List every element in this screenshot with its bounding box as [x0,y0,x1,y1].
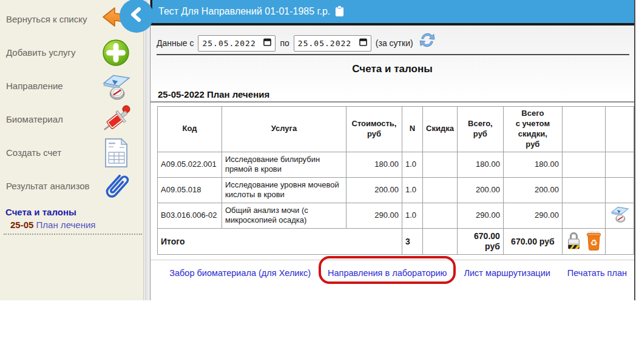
sidebar-section-title[interactable]: Счета и талоны [5,207,143,217]
trash-icon[interactable]: ♻ [586,231,602,253]
cell-code: A09.05.018 [158,177,222,203]
sidebar: Вернуться к списку Добавить услугу [0,0,144,300]
total-sum-with-discount: 670.00 руб [503,228,562,255]
sidebar-item-create-invoice[interactable]: Создать счет [0,138,143,167]
col-header-service: Услуга [222,107,347,152]
sidebar-item-referral[interactable]: Направление [0,72,143,101]
total-n: 3 [402,228,423,255]
sidebar-item-label: Направление [6,81,63,92]
chevron-left-icon [127,5,146,26]
date-to-input[interactable]: 25.05.2022 [294,35,371,52]
col-header-price: Стоимость, руб [347,107,402,152]
compass-icon[interactable] [609,205,631,226]
sidebar-gutter [144,0,150,300]
date-from-input[interactable]: 25.05.2022 [198,35,276,52]
cell-service: Исследование уровня мочевой кислоты в кр… [222,177,347,203]
link-lab-referrals[interactable]: Направления в лабораторию [328,268,447,278]
subtitle-divider [150,101,634,103]
col-header-extra [605,107,634,152]
table-row: A09.05.022.001 Исследование билирубин пр… [158,152,634,177]
total-sum: 670.00 руб [457,228,503,255]
cell-actions [562,177,605,203]
footer-divider [150,260,634,260]
cell-extra [605,152,634,177]
cell-total: 180.00 [457,152,503,177]
table-row: B03.016.006-02 Общий анализ мочи (с микр… [158,203,634,228]
col-header-n: N [402,107,423,152]
filter-from-label: Данные с [157,38,194,48]
page-title: Счета и талоны [150,63,634,75]
cell-code: B03.016.006-02 [158,203,222,228]
total-label: Итого [158,228,402,255]
cell-service: Общий анализ мочи (с микроскопией осадка… [222,203,347,228]
date-from-value: 25.05.2022 [202,39,255,48]
plan-subtitle: 25-05-2022 План лечения [158,89,634,99]
clipboard-icon[interactable] [335,5,344,19]
refresh-icon[interactable] [419,32,436,50]
table-row: A09.05.018 Исследование уровня мочевой к… [158,177,634,203]
footer-links-row: Забор биоматериала (для Хеликс) Направле… [150,268,634,278]
table-total-row: Итого 3 670.00 руб 670.00 руб [158,228,634,255]
sidebar-divider [4,234,142,235]
lock-icon[interactable] [566,231,582,253]
col-header-total: Всего, руб [457,107,503,152]
col-header-code: Код [158,107,222,152]
sidebar-item-label: Результат анализов [6,181,90,192]
cell-total-discount: 290.00 [503,203,562,228]
calendar-icon[interactable] [359,38,367,48]
col-header-total-discount: Всего с учетом скидки, руб [503,107,562,152]
cell-n: 1.0 [402,152,423,177]
cell-total-discount: 200.00 [503,177,562,203]
sidebar-item-label: Создать счет [6,147,61,159]
link-biomaterial-sampling[interactable]: Забор биоматериала (для Хеликс) [169,268,311,278]
collapse-sidebar-button[interactable] [120,0,154,33]
cell-extra [605,177,634,203]
cell-actions [562,203,605,228]
sidebar-item-biomaterial[interactable]: Биоматериал [0,105,143,134]
sidebar-item-label: Добавить услугу [6,47,76,59]
calendar-icon[interactable] [263,38,271,48]
sidebar-item-add-service[interactable]: Добавить услугу [0,38,143,67]
per-day-label: (за сутки) [376,38,413,48]
syringe-icon[interactable] [101,105,131,134]
table-header-row: Код Услуга Стоимость, руб N Скидка Всего… [158,107,634,152]
patient-title: Тест Для Направлений 01-01-1985 г.р. [158,6,330,17]
sidebar-item-label: Вернуться к списку [6,14,87,25]
date-filter-row: Данные с 25.05.2022 по 25.05.2022 [157,35,634,52]
patient-header-bar: Тест Для Направлений 01-01-1985 г.р. [150,0,634,25]
cell-actions [562,152,605,177]
cell-discount [423,177,458,203]
cell-referral-action [605,203,634,228]
content-area: Тест Для Направлений 01-01-1985 г.р. Дан… [150,0,635,300]
sidebar-item-analysis-results[interactable]: Результат анализов [0,172,143,201]
page: Вернуться к списку Добавить услугу [0,0,639,364]
sidebar-invoices-section: Счета и талоны 25-05 План лечения [0,207,143,235]
treatment-plan-table: Код Услуга Стоимость, руб N Скидка Всего… [157,106,634,255]
link-print-plan[interactable]: Печатать план [567,268,627,278]
svg-text:♻: ♻ [590,238,597,248]
cell-n: 1.0 [402,203,423,228]
total-actions-cell: ♻ [562,228,605,255]
cell-n: 1.0 [402,177,423,203]
total-extra-cell [605,228,634,255]
invoice-icon[interactable] [101,138,131,167]
col-header-discount: Скидка [423,107,458,152]
link-routing-sheet[interactable]: Лист маршрутизации [464,268,550,278]
cell-service: Исследование билирубин прямой в крови [222,152,347,177]
cell-code: A09.05.022.001 [158,152,222,177]
paperclip-icon[interactable] [101,172,131,201]
compass-icon[interactable] [101,72,131,101]
cell-total: 200.00 [457,177,503,203]
cell-price: 200.00 [347,177,402,203]
col-header-actions [562,107,605,152]
cell-price: 290.00 [347,203,402,228]
cell-total-discount: 180.00 [503,152,562,177]
add-plus-icon[interactable] [101,38,131,67]
cell-discount [423,152,458,177]
date-to-value: 25.05.2022 [298,39,351,48]
cell-discount [423,203,458,228]
total-discount-empty [423,228,458,255]
cell-price: 180.00 [347,152,402,177]
sidebar-treatment-plan-link[interactable]: План лечения [36,220,96,230]
filter-to-label: по [280,38,289,48]
